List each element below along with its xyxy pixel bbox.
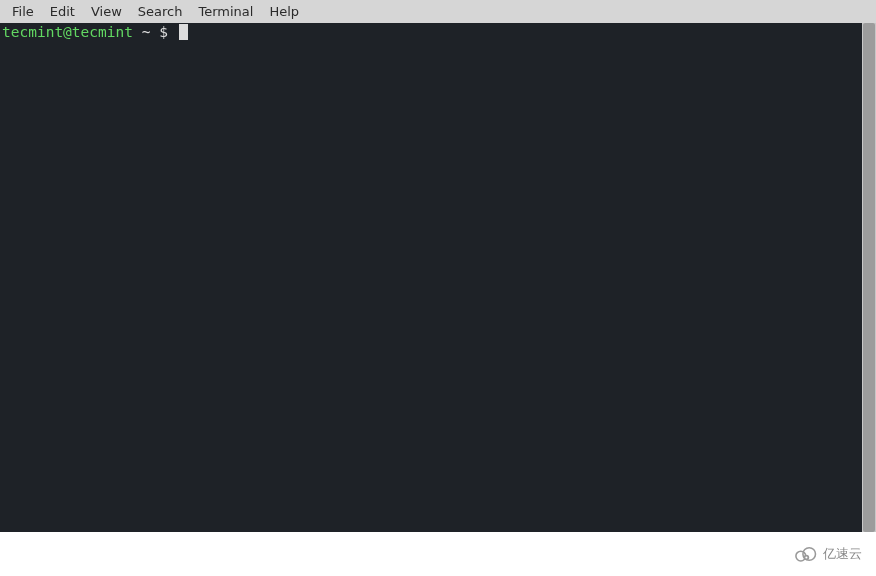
- cloud-icon: [791, 544, 819, 564]
- prompt-line: tecmint@tecmint ~ $: [0, 23, 862, 41]
- svg-point-3: [805, 556, 807, 558]
- menu-view[interactable]: View: [83, 2, 130, 21]
- cursor: [179, 24, 188, 40]
- menu-terminal[interactable]: Terminal: [190, 2, 261, 21]
- menu-search[interactable]: Search: [130, 2, 191, 21]
- prompt-user-host: tecmint@tecmint: [2, 23, 133, 41]
- menubar: File Edit View Search Terminal Help: [0, 0, 876, 23]
- menu-file[interactable]: File: [4, 2, 42, 21]
- prompt-path: ~ $: [133, 23, 177, 41]
- scrollbar-thumb[interactable]: [863, 23, 875, 532]
- watermark: 亿速云: [776, 532, 876, 576]
- menu-edit[interactable]: Edit: [42, 2, 83, 21]
- menu-help[interactable]: Help: [261, 2, 307, 21]
- terminal-scrollbar[interactable]: [862, 23, 876, 532]
- bottom-blank: [0, 532, 876, 576]
- terminal[interactable]: tecmint@tecmint ~ $: [0, 23, 862, 532]
- watermark-text: 亿速云: [823, 545, 862, 563]
